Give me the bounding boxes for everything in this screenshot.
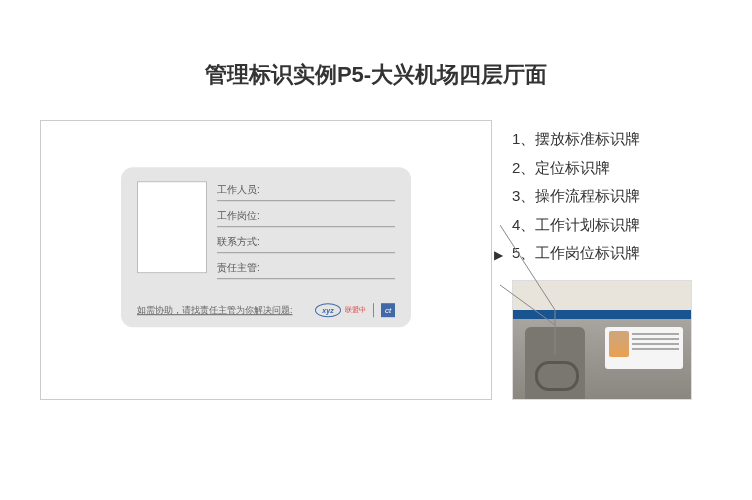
slide-title: 管理标识实例P5-大兴机场四层厅面 bbox=[0, 0, 752, 120]
small-line bbox=[632, 333, 679, 335]
field-contact: 联系方式: bbox=[217, 235, 395, 253]
logo-group: xyz 联盟中 ct bbox=[315, 303, 395, 317]
list-item: 1、摆放标准标识牌 bbox=[512, 125, 712, 154]
list-item: 4、工作计划标识牌 bbox=[512, 211, 712, 240]
list-item: 2、定位标识牌 bbox=[512, 154, 712, 183]
logo-divider bbox=[373, 303, 374, 317]
field-position: 工作岗位: bbox=[217, 209, 395, 227]
small-line bbox=[632, 338, 679, 340]
card-body: 工作人员: 工作岗位: 联系方式: 责任主管: bbox=[137, 181, 395, 279]
small-photo bbox=[609, 331, 629, 357]
card-footer: 如需协助，请找责任主管为你解决问题: xyz 联盟中 ct bbox=[137, 303, 395, 317]
small-line bbox=[632, 343, 679, 345]
small-card-in-photo bbox=[605, 327, 683, 369]
logo-xyz-icon: xyz bbox=[315, 303, 341, 317]
logo-tag: 联盟中 bbox=[345, 305, 366, 315]
list-item-active: 5、工作岗位标识牌 bbox=[512, 239, 712, 268]
field-list: 工作人员: 工作岗位: 联系方式: 责任主管: bbox=[217, 181, 395, 279]
logo-ct-icon: ct bbox=[381, 303, 395, 317]
list-item: 3、操作流程标识牌 bbox=[512, 182, 712, 211]
small-line bbox=[632, 348, 679, 350]
right-panel: 1、摆放标准标识牌 2、定位标识牌 3、操作流程标识牌 4、工作计划标识牌 5、… bbox=[512, 120, 712, 400]
small-lines bbox=[632, 331, 679, 365]
field-supervisor: 责任主管: bbox=[217, 261, 395, 279]
id-card: 工作人员: 工作岗位: 联系方式: 责任主管: 如需协助，请找责任主管为你解决问… bbox=[121, 167, 411, 327]
example-panel: 工作人员: 工作岗位: 联系方式: 责任主管: 如需协助，请找责任主管为你解决问… bbox=[40, 120, 492, 400]
equipment-shape bbox=[525, 327, 585, 399]
photo-placeholder bbox=[137, 181, 207, 273]
main-content: 工作人员: 工作岗位: 联系方式: 责任主管: 如需协助，请找责任主管为你解决问… bbox=[0, 120, 752, 400]
footer-text: 如需协助，请找责任主管为你解决问题: bbox=[137, 304, 293, 317]
field-staff: 工作人员: bbox=[217, 183, 395, 201]
reference-photo bbox=[512, 280, 692, 400]
signage-list: 1、摆放标准标识牌 2、定位标识牌 3、操作流程标识牌 4、工作计划标识牌 5、… bbox=[512, 125, 712, 268]
